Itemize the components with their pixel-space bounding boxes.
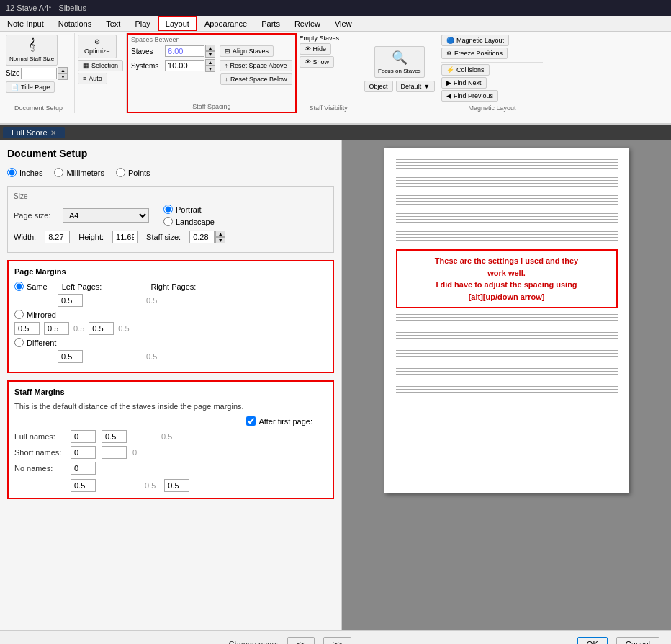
tab-close-button[interactable]: ✕ — [50, 129, 56, 137]
points-radio[interactable] — [116, 168, 125, 177]
height-input[interactable]: 11.69 — [112, 231, 138, 243]
margin-mid-left-a[interactable] — [14, 322, 40, 335]
menu-play[interactable]: Play — [127, 16, 157, 31]
menu-text[interactable]: Text — [99, 16, 127, 31]
no-names-left[interactable] — [71, 462, 96, 475]
annotation-line3: I did have to adjust the spacing using — [403, 279, 611, 291]
staff-size-down[interactable]: ▼ — [58, 73, 68, 80]
full-names-middle[interactable] — [102, 430, 127, 443]
title-page-button[interactable]: 📄 Title Page — [6, 81, 55, 93]
staves-up[interactable]: ▲ — [205, 45, 215, 51]
staff-size-input[interactable] — [189, 231, 215, 243]
find-next-icon: ▶ — [446, 79, 451, 86]
hide-button[interactable]: 👁 Hide — [300, 43, 332, 55]
annotation-box: These are the settings I used and they w… — [396, 249, 618, 308]
same-radio-label[interactable]: Same — [14, 282, 48, 291]
show-button[interactable]: 👁 Show — [300, 56, 335, 68]
margin-bottom-left[interactable] — [58, 350, 83, 363]
after-first-page-label: After first page: — [258, 417, 312, 426]
inches-radio[interactable] — [7, 168, 17, 177]
default-button[interactable]: Default ▼ — [396, 81, 435, 92]
menu-appearance[interactable]: Appearance — [197, 16, 254, 31]
staff-margins-section: Staff Margins This is the default distan… — [7, 380, 334, 499]
full-names-row: Full names: 0.5 — [14, 430, 327, 443]
ok-button[interactable]: OK — [577, 637, 608, 645]
staff-margin-bottom-right-input[interactable] — [164, 479, 189, 492]
systems-input[interactable] — [165, 60, 204, 71]
prev-page-button[interactable]: << — [287, 637, 315, 645]
menu-notations[interactable]: Notations — [51, 16, 99, 31]
freeze-positions-button[interactable]: ❄ Freeze Positions — [441, 48, 508, 59]
different-radio[interactable] — [14, 338, 24, 347]
object-button[interactable]: Object — [364, 81, 393, 92]
points-radio-label[interactable]: Points — [116, 168, 150, 177]
menu-view[interactable]: View — [328, 16, 359, 31]
next-page-button[interactable]: >> — [323, 637, 351, 645]
staves-down[interactable]: ▼ — [205, 51, 215, 58]
staff-size-up[interactable]: ▲ — [58, 67, 68, 73]
landscape-radio[interactable] — [163, 217, 173, 226]
page-size-label: Page size: — [14, 211, 57, 220]
after-first-page-checkbox[interactable] — [246, 416, 256, 426]
annotation-line1: These are the settings I used and they — [403, 255, 611, 267]
magnetic-layout-button[interactable]: 🔵 Magnetic Layout — [441, 35, 509, 46]
auto-row: ≡ Auto — [78, 73, 123, 84]
reset-space-below-row: ↓ Reset Space Below — [131, 73, 292, 85]
cancel-button[interactable]: Cancel — [616, 637, 659, 645]
selection-button[interactable]: ▦ Selection — [78, 60, 123, 71]
inches-label: Inches — [19, 169, 42, 177]
portrait-radio-label[interactable]: Portrait — [163, 205, 215, 214]
mirrored-radio[interactable] — [14, 310, 24, 319]
collisions-button[interactable]: ⚡ Collisions — [441, 64, 490, 76]
find-next-button[interactable]: ▶ Find Next — [441, 77, 487, 89]
systems-up[interactable]: ▲ — [205, 59, 215, 66]
staff-size-dialog-up[interactable]: ▲ — [215, 231, 225, 237]
collisions-icon: ⚡ — [446, 66, 454, 73]
staff-group-10 — [396, 386, 618, 398]
menu-layout[interactable]: Layout — [158, 16, 197, 31]
find-previous-button[interactable]: ◀ Find Previous — [441, 90, 498, 102]
mm-radio-label[interactable]: Millimeters — [54, 168, 104, 177]
reset-space-above-button[interactable]: ↑ Reset Space Above — [220, 60, 292, 71]
preview-panel: These are the settings I used and they w… — [342, 140, 671, 630]
same-radio[interactable] — [14, 282, 24, 291]
full-names-left[interactable] — [71, 430, 96, 443]
normal-staff-size-button[interactable]: 𝄞 Normal Staff Size — [6, 35, 58, 66]
staff-margin-bottom-left[interactable] — [71, 479, 96, 492]
mirrored-radio-label[interactable]: Mirrored — [14, 310, 56, 319]
mm-radio[interactable] — [54, 168, 63, 177]
align-staves-button[interactable]: ⊟ Align Staves — [220, 45, 274, 57]
show-icon: 👁 — [305, 58, 311, 66]
inches-radio-label[interactable]: Inches — [7, 168, 42, 177]
mm-label: Millimeters — [66, 169, 104, 177]
focus-on-staves-button[interactable]: 🔍 Focus on Staves — [374, 46, 425, 78]
systems-down[interactable]: ▼ — [205, 66, 215, 72]
short-names-middle-left[interactable] — [102, 446, 127, 459]
tab-full-score[interactable]: Full Score ✕ — [3, 127, 65, 138]
reset-space-below-button[interactable]: ↓ Reset Space Below — [220, 73, 292, 85]
page-size-row: Page size: A4 A3 Letter Portrait Landsca… — [14, 205, 328, 226]
margin-top-left[interactable] — [58, 294, 83, 307]
staves-row: Staves ▲ ▼ ⊟ Align Staves — [131, 45, 292, 58]
find-prev-icon: ◀ — [446, 92, 451, 99]
staff-size-input[interactable]: 0.28" — [21, 68, 57, 79]
width-input[interactable]: 8.27 — [45, 231, 70, 243]
auto-button[interactable]: ≡ Auto — [78, 73, 107, 84]
menu-note-input[interactable]: Note Input — [0, 16, 51, 31]
page-size-select[interactable]: A4 A3 Letter — [63, 208, 149, 223]
margin-mid-left-b[interactable] — [44, 322, 69, 335]
staves-input[interactable] — [165, 45, 204, 57]
staves-label: Staves — [131, 48, 163, 55]
staff-size-spin[interactable]: 0.28" ▲ ▼ — [21, 67, 68, 80]
short-names-left[interactable] — [71, 446, 96, 459]
menu-review[interactable]: Review — [287, 16, 328, 31]
landscape-radio-label[interactable]: Landscape — [163, 217, 215, 226]
staff-size-dialog-down[interactable]: ▼ — [215, 237, 225, 243]
portrait-radio[interactable] — [163, 205, 173, 214]
optimize-button[interactable]: ⚙ Optimize — [78, 35, 117, 58]
margin-mid-right-b[interactable] — [89, 322, 114, 335]
reset-below-icon: ↓ — [225, 76, 229, 83]
menu-parts[interactable]: Parts — [254, 16, 287, 31]
empty-staves-row: Empty Staves — [300, 35, 358, 42]
different-radio-label[interactable]: Different — [14, 338, 56, 347]
